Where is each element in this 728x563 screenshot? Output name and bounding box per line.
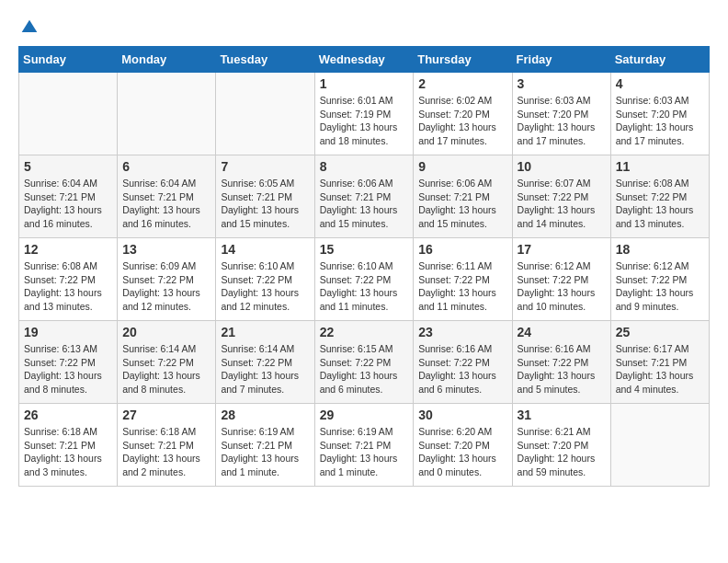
calendar-cell: 1Sunrise: 6:01 AM Sunset: 7:19 PM Daylig… xyxy=(314,73,414,155)
calendar-week-row: 26Sunrise: 6:18 AM Sunset: 7:21 PM Dayli… xyxy=(19,404,710,487)
day-number: 14 xyxy=(221,242,309,257)
svg-marker-0 xyxy=(22,20,38,32)
calendar-cell: 5Sunrise: 6:04 AM Sunset: 7:21 PM Daylig… xyxy=(19,155,118,238)
calendar-cell: 25Sunrise: 6:17 AM Sunset: 7:21 PM Dayli… xyxy=(610,321,709,404)
day-info: Sunrise: 6:21 AM Sunset: 7:20 PM Dayligh… xyxy=(518,425,606,479)
day-info: Sunrise: 6:08 AM Sunset: 7:22 PM Dayligh… xyxy=(24,259,112,314)
day-number: 20 xyxy=(122,325,210,339)
calendar-cell: 17Sunrise: 6:12 AM Sunset: 7:22 PM Dayli… xyxy=(512,238,610,321)
calendar-cell: 27Sunrise: 6:18 AM Sunset: 7:21 PM Dayli… xyxy=(118,404,216,487)
day-info: Sunrise: 6:12 AM Sunset: 7:22 PM Dayligh… xyxy=(616,259,704,314)
day-number: 18 xyxy=(616,242,704,257)
day-number: 5 xyxy=(24,159,112,174)
calendar-cell: 3Sunrise: 6:03 AM Sunset: 7:20 PM Daylig… xyxy=(512,73,610,155)
calendar-cell: 8Sunrise: 6:06 AM Sunset: 7:21 PM Daylig… xyxy=(314,155,414,238)
calendar-cell: 12Sunrise: 6:08 AM Sunset: 7:22 PM Dayli… xyxy=(19,238,118,321)
day-number: 3 xyxy=(518,76,606,91)
day-number: 1 xyxy=(320,76,409,91)
day-number: 12 xyxy=(24,242,112,257)
calendar-cell: 2Sunrise: 6:02 AM Sunset: 7:20 PM Daylig… xyxy=(414,73,512,155)
calendar-header: SundayMondayTuesdayWednesdayThursdayFrid… xyxy=(19,47,710,73)
page-header xyxy=(18,18,710,37)
day-number: 7 xyxy=(221,159,309,174)
day-number: 9 xyxy=(418,159,506,174)
day-info: Sunrise: 6:08 AM Sunset: 7:22 PM Dayligh… xyxy=(616,177,704,231)
day-number: 11 xyxy=(616,159,704,174)
calendar-cell: 23Sunrise: 6:16 AM Sunset: 7:22 PM Dayli… xyxy=(414,321,512,404)
day-info: Sunrise: 6:18 AM Sunset: 7:21 PM Dayligh… xyxy=(24,425,112,479)
day-header-saturday: Saturday xyxy=(610,47,709,73)
calendar-week-row: 12Sunrise: 6:08 AM Sunset: 7:22 PM Dayli… xyxy=(19,238,710,321)
day-info: Sunrise: 6:14 AM Sunset: 7:22 PM Dayligh… xyxy=(122,342,210,396)
day-number: 19 xyxy=(24,325,112,339)
calendar-cell: 28Sunrise: 6:19 AM Sunset: 7:21 PM Dayli… xyxy=(216,404,314,487)
calendar-cell: 11Sunrise: 6:08 AM Sunset: 7:22 PM Dayli… xyxy=(610,155,709,238)
day-info: Sunrise: 6:19 AM Sunset: 7:21 PM Dayligh… xyxy=(320,425,409,479)
calendar-body: 1Sunrise: 6:01 AM Sunset: 7:19 PM Daylig… xyxy=(19,73,710,487)
calendar-cell: 20Sunrise: 6:14 AM Sunset: 7:22 PM Dayli… xyxy=(118,321,216,404)
day-info: Sunrise: 6:14 AM Sunset: 7:22 PM Dayligh… xyxy=(221,342,309,396)
logo xyxy=(18,18,39,37)
calendar-cell: 7Sunrise: 6:05 AM Sunset: 7:21 PM Daylig… xyxy=(216,155,314,238)
day-info: Sunrise: 6:13 AM Sunset: 7:22 PM Dayligh… xyxy=(24,342,112,396)
day-number: 31 xyxy=(518,408,606,422)
calendar-cell: 15Sunrise: 6:10 AM Sunset: 7:22 PM Dayli… xyxy=(314,238,414,321)
day-info: Sunrise: 6:04 AM Sunset: 7:21 PM Dayligh… xyxy=(122,177,210,231)
day-info: Sunrise: 6:06 AM Sunset: 7:21 PM Dayligh… xyxy=(418,177,506,231)
day-info: Sunrise: 6:06 AM Sunset: 7:21 PM Dayligh… xyxy=(320,177,409,231)
day-number: 8 xyxy=(320,159,409,174)
day-info: Sunrise: 6:15 AM Sunset: 7:22 PM Dayligh… xyxy=(320,342,409,396)
day-number: 25 xyxy=(616,325,704,339)
calendar-cell: 16Sunrise: 6:11 AM Sunset: 7:22 PM Dayli… xyxy=(414,238,512,321)
calendar-cell: 21Sunrise: 6:14 AM Sunset: 7:22 PM Dayli… xyxy=(216,321,314,404)
day-number: 21 xyxy=(221,325,309,339)
day-number: 16 xyxy=(418,242,506,257)
day-info: Sunrise: 6:19 AM Sunset: 7:21 PM Dayligh… xyxy=(221,425,309,479)
calendar-week-row: 19Sunrise: 6:13 AM Sunset: 7:22 PM Dayli… xyxy=(19,321,710,404)
day-header-tuesday: Tuesday xyxy=(216,47,314,73)
calendar-cell: 4Sunrise: 6:03 AM Sunset: 7:20 PM Daylig… xyxy=(610,73,709,155)
day-number: 27 xyxy=(122,408,210,422)
calendar-week-row: 1Sunrise: 6:01 AM Sunset: 7:19 PM Daylig… xyxy=(19,73,710,155)
logo-text xyxy=(18,18,39,37)
calendar-cell: 14Sunrise: 6:10 AM Sunset: 7:22 PM Dayli… xyxy=(216,238,314,321)
calendar-table: SundayMondayTuesdayWednesdayThursdayFrid… xyxy=(18,46,710,487)
day-info: Sunrise: 6:10 AM Sunset: 7:22 PM Dayligh… xyxy=(221,259,309,314)
day-info: Sunrise: 6:16 AM Sunset: 7:22 PM Dayligh… xyxy=(518,342,606,396)
calendar-cell: 24Sunrise: 6:16 AM Sunset: 7:22 PM Dayli… xyxy=(512,321,610,404)
calendar-cell: 9Sunrise: 6:06 AM Sunset: 7:21 PM Daylig… xyxy=(414,155,512,238)
day-info: Sunrise: 6:10 AM Sunset: 7:22 PM Dayligh… xyxy=(320,259,409,314)
day-number: 22 xyxy=(320,325,409,339)
day-info: Sunrise: 6:04 AM Sunset: 7:21 PM Dayligh… xyxy=(24,177,112,231)
day-number: 26 xyxy=(24,408,112,422)
day-number: 10 xyxy=(518,159,606,174)
day-info: Sunrise: 6:03 AM Sunset: 7:20 PM Dayligh… xyxy=(616,94,704,148)
day-info: Sunrise: 6:18 AM Sunset: 7:21 PM Dayligh… xyxy=(122,425,210,479)
day-number: 29 xyxy=(320,408,409,422)
day-number: 23 xyxy=(418,325,506,339)
day-number: 28 xyxy=(221,408,309,422)
day-info: Sunrise: 6:03 AM Sunset: 7:20 PM Dayligh… xyxy=(518,94,606,148)
calendar-cell: 6Sunrise: 6:04 AM Sunset: 7:21 PM Daylig… xyxy=(118,155,216,238)
calendar-cell: 30Sunrise: 6:20 AM Sunset: 7:20 PM Dayli… xyxy=(414,404,512,487)
calendar-cell: 18Sunrise: 6:12 AM Sunset: 7:22 PM Dayli… xyxy=(610,238,709,321)
calendar-cell xyxy=(118,73,216,155)
day-info: Sunrise: 6:05 AM Sunset: 7:21 PM Dayligh… xyxy=(221,177,309,231)
day-number: 15 xyxy=(320,242,409,257)
day-header-friday: Friday xyxy=(512,47,610,73)
calendar-cell: 26Sunrise: 6:18 AM Sunset: 7:21 PM Dayli… xyxy=(19,404,118,487)
day-headers-row: SundayMondayTuesdayWednesdayThursdayFrid… xyxy=(19,47,710,73)
day-number: 30 xyxy=(418,408,506,422)
calendar-cell xyxy=(610,404,709,487)
day-info: Sunrise: 6:16 AM Sunset: 7:22 PM Dayligh… xyxy=(418,342,506,396)
day-info: Sunrise: 6:20 AM Sunset: 7:20 PM Dayligh… xyxy=(418,425,506,479)
day-info: Sunrise: 6:09 AM Sunset: 7:22 PM Dayligh… xyxy=(122,259,210,314)
day-info: Sunrise: 6:17 AM Sunset: 7:21 PM Dayligh… xyxy=(616,342,704,396)
calendar-cell: 31Sunrise: 6:21 AM Sunset: 7:20 PM Dayli… xyxy=(512,404,610,487)
day-number: 6 xyxy=(122,159,210,174)
day-header-wednesday: Wednesday xyxy=(314,47,414,73)
day-header-sunday: Sunday xyxy=(19,47,118,73)
day-number: 2 xyxy=(418,76,506,91)
calendar-cell: 13Sunrise: 6:09 AM Sunset: 7:22 PM Dayli… xyxy=(118,238,216,321)
day-info: Sunrise: 6:02 AM Sunset: 7:20 PM Dayligh… xyxy=(418,94,506,148)
